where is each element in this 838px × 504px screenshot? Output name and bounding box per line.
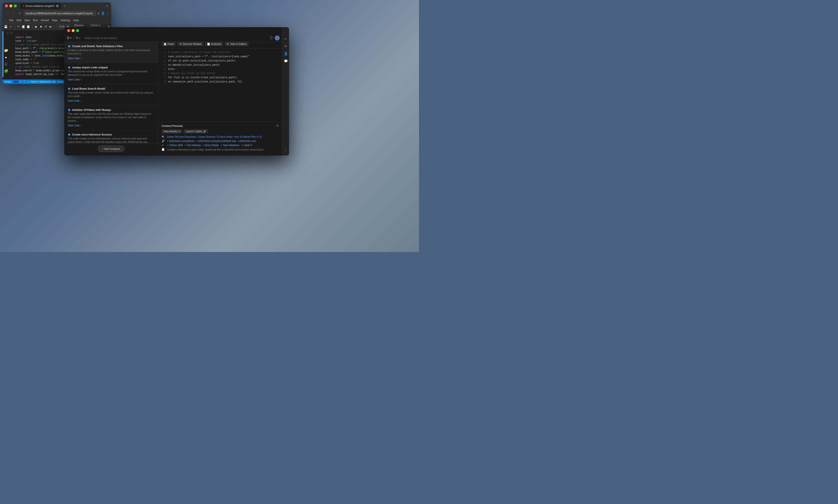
browser-chevron-down-icon[interactable]: ▾	[106, 4, 109, 8]
reload-button[interactable]: ↺	[17, 11, 22, 16]
label-dot-1: ✦	[167, 144, 169, 146]
overlay-menu-btn[interactable]: ☰ ▾	[67, 36, 71, 40]
cell-1-number: [ ]:	[5, 31, 14, 35]
menu-tabs[interactable]: Tabs	[52, 19, 57, 22]
paste-btn[interactable]: 📋 Paste	[161, 42, 176, 46]
snippet-2-chevron-icon: ›	[81, 78, 81, 81]
address-input[interactable]	[24, 11, 96, 16]
duplicate-btn[interactable]: 📄 Duplicate	[205, 42, 223, 46]
snippet-1-view-code[interactable]: View Code ›	[68, 57, 154, 60]
view-activity-btn[interactable]: View Activity ⟳	[161, 129, 182, 133]
context-label-1[interactable]: ✦ Python SDK	[167, 144, 183, 147]
tab-close-button[interactable]: ✕	[56, 4, 59, 7]
overlay-user-avatar[interactable]: 👤	[275, 36, 280, 40]
discover-related-btn[interactable]: 👁 Discover Related	[177, 42, 204, 46]
context-search-tag-3[interactable]: How To Delete Files In Di	[234, 136, 262, 138]
context-label-2[interactable]: ✦ File Deleting	[184, 144, 201, 147]
sidebar-chat-icon[interactable]: 💬	[283, 58, 289, 64]
forward-button[interactable]: ›	[11, 11, 16, 16]
status-cell-icon: ☐	[23, 80, 25, 83]
context-label-5[interactable]: ✦ Listdir F	[241, 144, 253, 147]
snippet-5-title: 🔷 Create onnx Inference Session	[68, 133, 154, 136]
add-snippets-button[interactable]: + Add Snippets	[98, 146, 124, 152]
toolbar-separator-3	[54, 25, 55, 29]
add-snippets-area: + Add Snippets	[64, 143, 158, 156]
back-button[interactable]: ‹	[4, 11, 10, 16]
text-size-control[interactable]: Tt ▾	[75, 37, 80, 39]
menu-run[interactable]: Run	[33, 19, 38, 22]
save-button[interactable]: 💾	[4, 24, 8, 29]
w3schools-dot-2: ●	[196, 140, 198, 142]
snippet-list-item-3[interactable]: 🔷 Load Beam Search Model This code loads…	[64, 84, 158, 105]
duplicate-icon: 📄	[207, 43, 210, 46]
snippet-2-emoji: 🔷	[68, 66, 71, 69]
view-activity-refresh-icon: ⟳	[178, 130, 180, 133]
browser-tab-overview-icon[interactable]: ⧉	[97, 12, 100, 15]
browser-account-icon[interactable]: 👤	[101, 12, 105, 15]
minimize-button[interactable]	[10, 4, 12, 7]
context-search-tags: Delete File And Directories Create Direc…	[167, 136, 262, 138]
snippet-list-item-4[interactable]: 🔷 Initialize OrtValue with Numpy This co…	[64, 105, 158, 130]
snippet-4-view-code[interactable]: View Code ›	[68, 124, 154, 127]
w3schools-dot-3: ●	[237, 140, 239, 142]
view-in-gallery-btn[interactable]: 👁 View in Gallery	[225, 42, 249, 46]
menu-settings[interactable]: Settings	[61, 19, 70, 22]
new-tab-button[interactable]: +	[62, 3, 67, 8]
code-line-3: 3 if not os.path.exists(task_initializer…	[161, 59, 279, 63]
add-cell-button[interactable]: +	[8, 24, 12, 29]
context-link-1[interactable]: ● w3schools.com/python/	[167, 140, 195, 142]
snippet-list-item-2[interactable]: 🔷 numpy import code snippet This imports…	[64, 63, 158, 84]
browser-extras: ⧉ 👤 ⋮	[97, 12, 109, 15]
snippet-list-item-5[interactable]: 🔷 Create onnx Inference Session This cod…	[64, 130, 158, 143]
menu-view[interactable]: View	[24, 19, 30, 22]
context-search-tag-2[interactable]: Create Directory To Store Initiali	[198, 136, 233, 138]
menu-kernel[interactable]: Kernel	[41, 19, 49, 22]
sidebar-person-icon[interactable]: 👤	[283, 51, 289, 56]
cut-button[interactable]: ✂	[17, 24, 20, 29]
context-search-tag-1[interactable]: Delete File And Directories	[167, 136, 196, 138]
overlay-toolbar-icons: ⓘ 👤	[270, 36, 280, 40]
sidebar-copy-icon[interactable]: ⧉	[283, 43, 289, 49]
text-size-icon: Tt	[75, 37, 78, 39]
context-menu-icon[interactable]: ☰	[276, 124, 279, 127]
context-link-3[interactable]: ● w3schools.com	[237, 140, 256, 142]
menu-help[interactable]: Help	[73, 19, 79, 22]
copy-button[interactable]: 📋	[21, 24, 25, 29]
status-mode-toggle[interactable]	[13, 80, 18, 83]
sidebar-edit-icon[interactable]: ✏	[283, 36, 289, 41]
overlay-minimize-button[interactable]	[72, 29, 74, 32]
context-search-icon: 🔍	[161, 136, 165, 138]
snippet-list-panel: List View ⤢ Sort by: A↑Z ▾ 🔷 Create and …	[64, 27, 158, 156]
close-button[interactable]	[5, 4, 8, 7]
menu-file[interactable]: File	[9, 19, 14, 22]
stop-button[interactable]: ■	[39, 24, 43, 29]
restart-button[interactable]: ↺	[44, 24, 48, 29]
overlay-maximize-button[interactable]	[76, 29, 79, 32]
browser-titlebar: ● t5-lora-initializers-singleh5 ✕ + ▾	[2, 2, 111, 10]
snippet-3-view-code[interactable]: View Code ›	[68, 100, 154, 102]
text-size-chevron-icon: ▾	[79, 37, 80, 39]
snippet-3-chevron-icon: ›	[81, 100, 81, 102]
snippet-2-view-code[interactable]: View Code ›	[68, 78, 154, 81]
context-label-4[interactable]: ✦ Task Initializers	[220, 144, 240, 147]
context-link-2[interactable]: ● w3schools.com/python/default.asp	[196, 140, 236, 142]
snippet-list-scroll: 🔷 Create and Delete Task Initializers Fi…	[64, 42, 158, 143]
overlay-info-icon[interactable]: ⓘ	[270, 36, 273, 40]
overlay-close-button[interactable]	[67, 29, 70, 32]
browser-menu-icon[interactable]: ⋮	[106, 12, 109, 15]
browser-tab-active[interactable]: ● t5-lora-initializers-singleh5 ✕	[20, 3, 61, 9]
maximize-button[interactable]	[14, 4, 17, 7]
overlay-search-input[interactable]	[82, 37, 268, 39]
run-button[interactable]: ▶	[34, 24, 38, 29]
sidebar-more-icon[interactable]: ⋮	[283, 148, 289, 154]
fast-forward-button[interactable]: ⏭	[49, 24, 52, 29]
snippet-4-emoji: 🔷	[68, 109, 71, 111]
paste-icon: 📋	[164, 43, 167, 46]
cell-active-indicator	[2, 31, 3, 77]
menu-edit[interactable]: Edit	[17, 19, 21, 22]
paste-button[interactable]: 📋	[26, 24, 30, 29]
context-doc-icon: 📄	[161, 148, 165, 151]
launch-copilot-btn[interactable]: Launch Copilot 🚀	[184, 129, 208, 133]
context-label-3[interactable]: ✦ Direct Delete	[202, 144, 219, 147]
snippet-list-item-1[interactable]: 🔷 Create and Delete Task Initializers Fi…	[64, 42, 158, 63]
